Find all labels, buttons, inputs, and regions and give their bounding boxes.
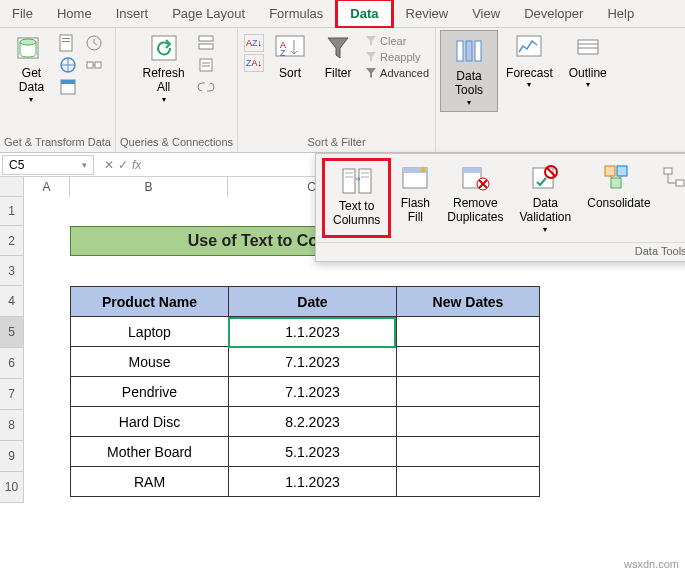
chevron-down-icon: ▾ xyxy=(527,80,531,90)
text-to-columns-icon xyxy=(341,165,373,197)
svg-rect-44 xyxy=(605,166,615,176)
from-web-icon[interactable] xyxy=(59,56,77,74)
relationships-button[interactable] xyxy=(659,158,685,238)
svg-point-1 xyxy=(20,39,36,45)
chevron-down-icon: ▾ xyxy=(162,95,166,105)
tab-home[interactable]: Home xyxy=(45,1,104,26)
outline-button[interactable]: Outline ▾ xyxy=(561,30,615,92)
tab-help[interactable]: Help xyxy=(595,1,646,26)
tab-page-layout[interactable]: Page Layout xyxy=(160,1,257,26)
data-tools-button[interactable]: Data Tools ▾ xyxy=(440,30,498,112)
filter-button[interactable]: Filter xyxy=(314,30,362,82)
consolidate-button[interactable]: Consolidate xyxy=(579,158,658,238)
table-row: Mother Board5.1.2023 xyxy=(71,437,540,467)
existing-connections-icon[interactable] xyxy=(85,56,103,74)
col-header-b[interactable]: B xyxy=(70,177,228,197)
data-validation-label: Data Validation xyxy=(519,196,571,225)
edit-links-icon[interactable] xyxy=(197,78,215,96)
filter-reapply-button[interactable]: Reapply xyxy=(364,50,429,64)
row-header-1[interactable]: 1 xyxy=(0,197,23,226)
svg-rect-25 xyxy=(578,40,598,54)
row-header-3[interactable]: 3 xyxy=(0,256,23,286)
row-header-8[interactable]: 8 xyxy=(0,410,23,441)
svg-rect-37 xyxy=(463,168,481,173)
get-data-quick-icons xyxy=(55,30,81,100)
text-to-columns-button[interactable]: Text to Columns xyxy=(322,158,391,238)
tab-insert[interactable]: Insert xyxy=(104,1,161,26)
table-header-row: Product Name Date New Dates xyxy=(71,287,540,317)
filter-clear-button[interactable]: Clear xyxy=(364,34,429,48)
data-validation-button[interactable]: Data Validation ▾ xyxy=(511,158,579,238)
queries-connections-icon[interactable] xyxy=(197,34,215,52)
flash-fill-icon xyxy=(399,162,431,194)
enter-icon[interactable]: ✓ xyxy=(118,158,128,172)
sort-icon: AZ xyxy=(274,32,306,64)
svg-rect-21 xyxy=(457,41,463,61)
remove-duplicates-label: Remove Duplicates xyxy=(447,196,503,225)
sort-za-button[interactable]: ZA↓ xyxy=(244,54,264,72)
get-data-button[interactable]: Get Data ▾ xyxy=(7,30,55,106)
row-header-5[interactable]: 5 xyxy=(0,317,23,348)
group-label-empty xyxy=(526,134,529,150)
consolidate-label: Consolidate xyxy=(587,196,650,210)
queries-icons xyxy=(193,30,219,100)
data-tools-icon xyxy=(453,35,485,67)
refresh-all-button[interactable]: Refresh All ▾ xyxy=(135,30,193,106)
group-label-queries: Queries & Connections xyxy=(120,134,233,150)
forecast-button[interactable]: Forecast ▾ xyxy=(498,30,561,92)
forecast-icon xyxy=(513,32,545,64)
header-new-dates[interactable]: New Dates xyxy=(397,287,540,317)
tab-view[interactable]: View xyxy=(460,1,512,26)
filter-icon xyxy=(322,32,354,64)
header-product-name[interactable]: Product Name xyxy=(71,287,229,317)
sort-az-button[interactable]: AZ↓ xyxy=(244,34,264,52)
watermark: wsxdn.com xyxy=(624,558,679,570)
col-header-a[interactable]: A xyxy=(24,177,70,197)
header-date[interactable]: Date xyxy=(229,287,397,317)
tab-review[interactable]: Review xyxy=(394,1,461,26)
filter-advanced-button[interactable]: Advanced xyxy=(364,66,429,80)
sort-label: Sort xyxy=(279,66,301,80)
tab-file[interactable]: File xyxy=(0,1,45,26)
row-header-10[interactable]: 10 xyxy=(0,472,23,503)
select-all-corner[interactable] xyxy=(0,177,24,197)
svg-rect-13 xyxy=(199,36,213,41)
from-table-icon[interactable] xyxy=(59,78,77,96)
from-text-icon[interactable] xyxy=(59,34,77,52)
ribbon-group-queries: Refresh All ▾ Queries & Connections xyxy=(116,28,238,152)
row-headers: 1 2 3 4 5 6 7 8 9 10 xyxy=(0,197,24,503)
ribbon: Get Data ▾ Get & Transform Data Refresh … xyxy=(0,28,685,153)
row-header-4[interactable]: 4 xyxy=(0,286,23,317)
svg-rect-14 xyxy=(199,44,213,49)
chevron-down-icon: ▾ xyxy=(467,98,471,108)
name-box[interactable]: C5 ▾ xyxy=(2,155,94,175)
cancel-icon[interactable]: ✕ xyxy=(104,158,114,172)
svg-rect-4 xyxy=(62,41,70,42)
properties-icon[interactable] xyxy=(197,56,215,74)
row-header-7[interactable]: 7 xyxy=(0,379,23,410)
tab-data[interactable]: Data xyxy=(335,0,393,29)
row-header-2[interactable]: 2 xyxy=(0,226,23,256)
data-table: Product Name Date New Dates Laptop1.1.20… xyxy=(70,286,540,497)
fx-icon[interactable]: fx xyxy=(132,158,141,172)
relationships-icon xyxy=(658,162,685,194)
dropdown-group-label: Data Tools xyxy=(316,242,685,261)
sort-small-buttons: AZ↓ ZA↓ xyxy=(242,30,266,76)
svg-rect-46 xyxy=(611,178,621,188)
row-header-9[interactable]: 9 xyxy=(0,441,23,472)
filter-label: Filter xyxy=(325,66,352,80)
remove-duplicates-icon xyxy=(459,162,491,194)
table-row: Hard Disc8.2.2023 xyxy=(71,407,540,437)
row-header-6[interactable]: 6 xyxy=(0,348,23,379)
sort-button[interactable]: AZ Sort xyxy=(266,30,314,82)
tab-developer[interactable]: Developer xyxy=(512,1,595,26)
group-label-get-transform: Get & Transform Data xyxy=(4,134,111,150)
refresh-label: Refresh All xyxy=(143,66,185,95)
flash-fill-button[interactable]: Flash Fill xyxy=(391,158,439,238)
table-row: Pendrive7.1.2023 xyxy=(71,377,540,407)
tab-formulas[interactable]: Formulas xyxy=(257,1,335,26)
name-box-value: C5 xyxy=(9,158,24,172)
recent-sources-icon[interactable] xyxy=(85,34,103,52)
remove-duplicates-button[interactable]: Remove Duplicates xyxy=(439,158,511,238)
data-validation-icon xyxy=(529,162,561,194)
